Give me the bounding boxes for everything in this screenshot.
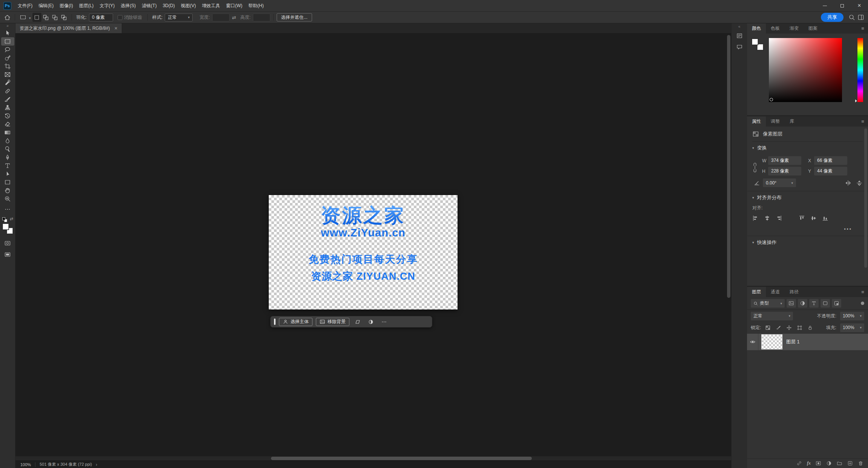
panel-menu-icon[interactable] [857, 23, 868, 34]
frame-tool[interactable] [1, 70, 14, 79]
lock-artboard-button[interactable] [796, 324, 803, 331]
rectangular-marquee-tool[interactable] [1, 37, 14, 46]
new-selection-mode-button[interactable] [32, 13, 41, 22]
pen-tool[interactable] [1, 153, 14, 162]
menu-layer[interactable]: 图层(L) [76, 0, 97, 11]
align-bottom-edges-icon[interactable] [822, 215, 828, 221]
dodge-tool[interactable] [1, 145, 14, 153]
lock-transparent-pixels-button[interactable] [764, 324, 772, 331]
transform-height-input[interactable]: 228 像素 [768, 167, 801, 175]
tab-close-icon[interactable] [115, 26, 118, 31]
new-adjustment-layer-icon[interactable] [826, 460, 832, 466]
document-canvas[interactable]: 资源之家 www.ZiYuan.cn 免费热门项目每天分享 资源之家 ZIYUA… [269, 195, 458, 309]
delete-layer-icon[interactable] [858, 460, 863, 466]
opacity-select[interactable]: 100% [840, 312, 864, 320]
horizontal-scrollbar-thumb[interactable] [271, 457, 532, 460]
new-group-icon[interactable] [837, 460, 842, 466]
history-panel-button[interactable] [734, 30, 745, 41]
zoom-level-field[interactable]: 100% [20, 462, 31, 467]
filter-type-layers-button[interactable] [809, 299, 819, 308]
edit-toolbar-button[interactable] [1, 205, 14, 213]
properties-scrollbar[interactable] [864, 128, 867, 268]
share-button[interactable]: 共享 [821, 13, 844, 22]
fill-select[interactable]: 100% [840, 323, 864, 332]
screen-mode-button[interactable] [1, 250, 14, 259]
filter-pixel-layers-button[interactable] [787, 299, 796, 308]
toolbar-collapse-button[interactable] [0, 23, 15, 29]
add-selection-mode-button[interactable] [41, 13, 51, 22]
align-top-edges-icon[interactable] [799, 215, 805, 221]
flip-horizontal-icon[interactable] [845, 180, 851, 186]
filter-adjustment-layers-button[interactable] [798, 299, 807, 308]
lock-position-button[interactable] [785, 324, 793, 331]
path-selection-tool[interactable] [1, 170, 14, 178]
filter-type-select[interactable]: 类型 [751, 299, 785, 308]
quick-selection-tool[interactable] [1, 54, 14, 62]
close-button[interactable] [851, 0, 868, 11]
comments-panel-button[interactable] [734, 42, 745, 52]
spot-healing-brush-tool[interactable] [1, 87, 14, 95]
menu-image[interactable]: 图像(I) [57, 0, 76, 11]
tab-paths[interactable]: 路径 [785, 287, 804, 297]
clone-stamp-tool[interactable] [1, 104, 14, 112]
vertical-scrollbar[interactable] [727, 35, 730, 298]
layer-visibility-toggle[interactable] [747, 334, 758, 350]
menu-edit[interactable]: 编辑(E) [35, 0, 57, 11]
select-subject-button[interactable]: 选择主体 [279, 318, 312, 326]
remove-background-button[interactable]: 移除背景 [316, 318, 349, 326]
taskbar-more-button[interactable] [379, 318, 389, 326]
document-tab[interactable]: 资源之家水印.png @ 100% (图层 1, RGB/8#) [15, 23, 122, 33]
panel-menu-icon[interactable] [857, 287, 868, 297]
swap-colors-button[interactable] [10, 217, 13, 221]
move-tool[interactable] [1, 29, 14, 37]
tab-swatches[interactable]: 色板 [766, 23, 785, 34]
new-layer-icon[interactable] [847, 460, 853, 466]
align-right-edges-icon[interactable] [776, 215, 782, 221]
lock-all-button[interactable] [806, 324, 814, 331]
workspace-switcher-button[interactable] [856, 13, 865, 22]
tab-color[interactable]: 颜色 [747, 23, 766, 34]
swap-dimensions-icon[interactable] [232, 15, 236, 20]
style-select[interactable]: 正常 [165, 14, 193, 21]
default-colors-button[interactable] [2, 217, 7, 222]
status-bar-chevron-icon[interactable] [96, 462, 97, 467]
align-section-header[interactable]: ▾ 对齐并分布 [752, 191, 863, 204]
menu-3d[interactable]: 3D(D) [160, 0, 178, 11]
menu-help[interactable]: 帮助(H) [245, 0, 267, 11]
document-viewport[interactable]: 资源之家 www.ZiYuan.cn 免费热门项目每天分享 资源之家 ZIYUA… [15, 33, 731, 460]
intersect-selection-mode-button[interactable] [60, 13, 69, 22]
tab-patterns[interactable]: 图案 [804, 23, 822, 34]
eraser-tool[interactable] [1, 120, 14, 128]
width-input[interactable] [212, 14, 230, 21]
menu-select[interactable]: 选择(S) [118, 0, 139, 11]
saturation-brightness-picker[interactable] [769, 38, 842, 102]
select-and-mask-button[interactable]: 选择并遮住... [277, 13, 312, 21]
add-mask-icon[interactable] [816, 460, 821, 466]
rotation-angle-select[interactable]: 0.00° [763, 178, 796, 187]
transform-section-header[interactable]: ▾ 变换 [752, 142, 863, 154]
lasso-tool[interactable] [1, 46, 14, 54]
align-horizontal-centers-icon[interactable] [764, 215, 770, 221]
minimize-button[interactable] [816, 0, 833, 11]
foreground-color-swatch[interactable] [2, 223, 9, 230]
menu-filter[interactable]: 滤镜(T) [139, 0, 159, 11]
align-left-edges-icon[interactable] [752, 215, 759, 221]
menu-plugins[interactable]: 增效工具 [199, 0, 223, 11]
align-vertical-centers-icon[interactable] [810, 215, 817, 221]
create-adjustment-button[interactable] [366, 318, 376, 326]
layer-thumbnail[interactable] [761, 334, 782, 349]
color-picker-cursor[interactable] [770, 98, 773, 101]
menu-file[interactable]: 文件(F) [15, 0, 35, 11]
history-brush-tool[interactable] [1, 112, 14, 120]
transform-width-input[interactable]: 374 像素 [768, 156, 801, 165]
crop-tool[interactable] [1, 62, 14, 70]
maximize-button[interactable] [833, 0, 851, 11]
menu-window[interactable]: 窗口(W) [223, 0, 245, 11]
align-more-options-button[interactable] [752, 227, 863, 232]
link-dimensions-button[interactable] [752, 161, 758, 174]
tab-channels[interactable]: 通道 [766, 287, 785, 297]
link-layers-icon[interactable] [796, 460, 802, 466]
search-button[interactable] [847, 13, 856, 22]
blur-tool[interactable] [1, 137, 14, 145]
flip-vertical-icon[interactable] [856, 180, 863, 186]
